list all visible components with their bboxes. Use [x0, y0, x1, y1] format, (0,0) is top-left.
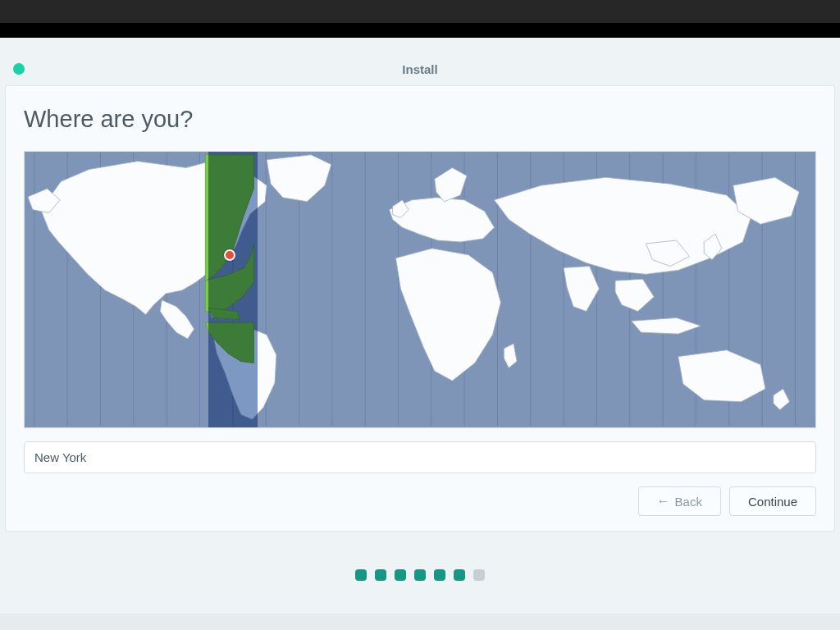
progress-dot [454, 569, 465, 581]
window-titlebar: Install [0, 52, 840, 85]
window-close-button[interactable] [13, 63, 25, 75]
timezone-band-overlay [208, 152, 258, 427]
content-gap [0, 38, 840, 52]
progress-dot [355, 569, 367, 581]
progress-dot [473, 569, 485, 581]
progress-dot [395, 569, 406, 581]
progress-dot [414, 569, 426, 581]
content-card: Where are you? [5, 85, 835, 532]
location-input[interactable] [24, 441, 816, 473]
progress-dot [375, 569, 386, 581]
navigation-buttons: ← Back Continue [24, 486, 816, 516]
world-map[interactable] [24, 151, 816, 428]
progress-dots [0, 569, 840, 581]
continue-button-label: Continue [748, 495, 797, 509]
progress-dot [434, 569, 445, 581]
page-heading: Where are you? [24, 106, 816, 133]
installer-window: Install Where are you? [0, 52, 840, 614]
location-marker[interactable] [224, 249, 235, 261]
window-title: Install [0, 62, 840, 76]
map-svg [25, 152, 815, 427]
continue-button[interactable]: Continue [729, 486, 816, 516]
back-button[interactable]: ← Back [638, 486, 721, 516]
landmasses [28, 155, 799, 420]
back-button-label: Back [675, 495, 702, 509]
arrow-left-icon: ← [657, 494, 670, 509]
desktop-top-bar [0, 0, 840, 23]
desktop-second-bar [0, 23, 840, 38]
